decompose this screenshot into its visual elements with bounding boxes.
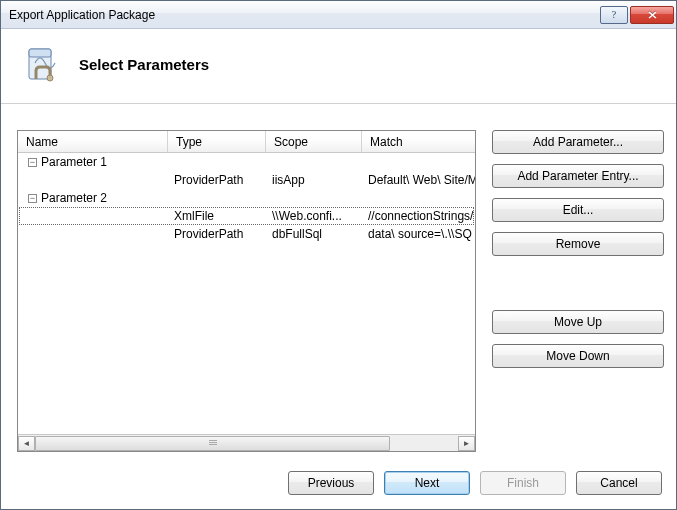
column-header-match[interactable]: Match <box>362 131 475 152</box>
close-button[interactable] <box>630 6 674 24</box>
cell-scope: dbFullSql <box>266 227 362 241</box>
cell-match: //connectionStrings/ <box>362 209 475 223</box>
move-up-button[interactable]: Move Up <box>492 310 664 334</box>
scroll-thumb[interactable] <box>35 436 390 451</box>
grid-header: Name Type Scope Match <box>18 131 475 153</box>
horizontal-scrollbar[interactable]: ◄ ► <box>18 434 475 451</box>
add-parameter-button[interactable]: Add Parameter... <box>492 130 664 154</box>
parameter-entry-row[interactable]: ProviderPathiisAppDefault\ Web\ Site/MyA… <box>18 171 475 189</box>
cell-type: XmlFile <box>168 209 266 223</box>
export-application-package-dialog: Export Application Package ? Select Para… <box>0 0 677 510</box>
titlebar: Export Application Package ? <box>1 1 676 29</box>
cell-scope: \\Web.confi... <box>266 209 362 223</box>
parameter-group-row[interactable]: −Parameter 1 <box>18 153 475 171</box>
svg-point-3 <box>47 75 53 81</box>
scroll-left-arrow[interactable]: ◄ <box>18 436 35 451</box>
grid-body[interactable]: −Parameter 1ProviderPathiisAppDefault\ W… <box>18 153 475 434</box>
page-heading: Select Parameters <box>79 56 209 73</box>
wizard-footer: Previous Next Finish Cancel <box>1 460 676 509</box>
parameter-group-row[interactable]: −Parameter 2 <box>18 189 475 207</box>
window-title: Export Application Package <box>9 8 155 22</box>
cancel-button[interactable]: Cancel <box>576 471 662 495</box>
add-parameter-entry-button[interactable]: Add Parameter Entry... <box>492 164 664 188</box>
cell-type: ProviderPath <box>168 227 266 241</box>
next-button[interactable]: Next <box>384 471 470 495</box>
remove-button[interactable]: Remove <box>492 232 664 256</box>
body: Name Type Scope Match −Parameter 1Provid… <box>1 104 676 460</box>
wizard-header: Select Parameters <box>1 29 676 103</box>
group-label: Parameter 1 <box>41 155 107 169</box>
parameters-grid: Name Type Scope Match −Parameter 1Provid… <box>17 130 476 452</box>
scroll-track[interactable] <box>35 436 458 451</box>
finish-button: Finish <box>480 471 566 495</box>
column-header-type[interactable]: Type <box>168 131 266 152</box>
svg-rect-2 <box>29 49 51 57</box>
help-button[interactable]: ? <box>600 6 628 24</box>
cell-scope: iisApp <box>266 173 362 187</box>
cell-match: Default\ Web\ Site/MyApp <box>362 173 475 187</box>
side-buttons: Add Parameter... Add Parameter Entry... … <box>492 130 664 452</box>
titlebar-buttons: ? <box>600 6 674 24</box>
parameter-entry-row[interactable]: ProviderPathdbFullSqldata\ source=\.\\SQ <box>18 225 475 243</box>
collapse-icon[interactable]: − <box>28 194 37 203</box>
cell-match: data\ source=\.\\SQ <box>362 227 475 241</box>
parameter-entry-row[interactable]: XmlFile\\Web.confi...//connectionStrings… <box>18 207 475 225</box>
column-header-name[interactable]: Name <box>18 131 168 152</box>
collapse-icon[interactable]: − <box>28 158 37 167</box>
move-down-button[interactable]: Move Down <box>492 344 664 368</box>
scroll-right-arrow[interactable]: ► <box>458 436 475 451</box>
svg-text:?: ? <box>612 10 617 20</box>
edit-button[interactable]: Edit... <box>492 198 664 222</box>
previous-button[interactable]: Previous <box>288 471 374 495</box>
group-label: Parameter 2 <box>41 191 107 205</box>
cell-type: ProviderPath <box>168 173 266 187</box>
package-icon <box>21 43 63 85</box>
column-header-scope[interactable]: Scope <box>266 131 362 152</box>
